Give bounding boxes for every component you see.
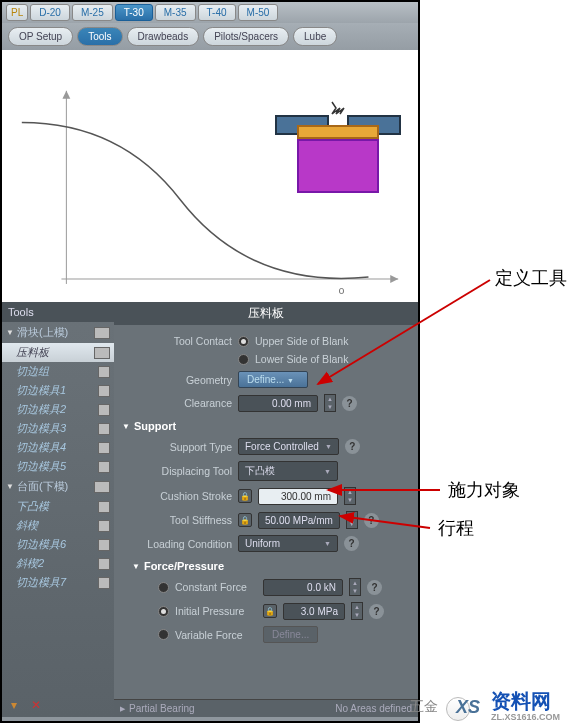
btn-opsetup[interactable]: OP Setup xyxy=(8,27,73,46)
label-cushion-stroke: Cushion Stroke xyxy=(122,490,232,502)
partial-bearing-toggle[interactable]: Partial Bearing xyxy=(120,703,195,714)
displacing-tool-dropdown[interactable]: 下凸模 xyxy=(238,461,338,481)
sidebar-header: Tools xyxy=(2,302,114,322)
spinner[interactable]: ▲▼ xyxy=(351,602,363,620)
footer-status: No Areas defined xyxy=(335,703,412,714)
properties-panel: 压料板 Tool Contact Upper Side of Blank Low… xyxy=(114,302,418,717)
section-support[interactable]: Support xyxy=(122,420,410,432)
checkbox-icon[interactable] xyxy=(98,520,110,532)
tab-d20[interactable]: D-20 xyxy=(30,4,70,21)
spinner[interactable]: ▲▼ xyxy=(324,394,336,412)
tab-t40[interactable]: T-40 xyxy=(198,4,236,21)
delete-icon[interactable]: ✕ xyxy=(28,697,44,713)
svg-rect-8 xyxy=(298,140,378,192)
annotation-force-target: 施力对象 xyxy=(448,478,520,502)
radio-initial-pressure[interactable] xyxy=(158,606,169,617)
tree-group-lower[interactable]: 台面(下模) xyxy=(2,476,114,497)
label-support-type: Support Type xyxy=(122,441,232,453)
checkbox-icon[interactable] xyxy=(98,366,110,378)
label-constant-force: Constant Force xyxy=(175,581,257,593)
loading-dropdown[interactable]: Uniform xyxy=(238,535,338,552)
tab-m35[interactable]: M-35 xyxy=(155,4,196,21)
label-initial-pressure: Initial Pressure xyxy=(175,605,257,617)
btn-tools[interactable]: Tools xyxy=(77,27,122,46)
tree-item[interactable]: 切边模具1 xyxy=(2,381,114,400)
support-type-dropdown[interactable]: Force Controlled xyxy=(238,438,339,455)
checkbox-icon[interactable] xyxy=(98,404,110,416)
tab-m25[interactable]: M-25 xyxy=(72,4,113,21)
tab-t30[interactable]: T-30 xyxy=(115,4,153,21)
checkbox-icon[interactable] xyxy=(98,501,110,513)
tool-stiffness-input[interactable]: 50.00 MPa/mm xyxy=(258,512,340,529)
tree-item[interactable]: 切边模具6 xyxy=(2,535,114,554)
help-icon[interactable]: ? xyxy=(344,536,359,551)
checkbox-icon[interactable] xyxy=(94,481,110,493)
btn-lube[interactable]: Lube xyxy=(293,27,337,46)
lock-icon[interactable]: 🔒 xyxy=(263,604,277,618)
annotation-define-tool: 定义工具 xyxy=(495,266,567,290)
tool-diagram xyxy=(268,98,408,198)
tree-item[interactable]: 切边模具3 xyxy=(2,419,114,438)
radio-constant-force[interactable] xyxy=(158,582,169,593)
checkbox-icon[interactable] xyxy=(98,558,110,570)
btn-pilots[interactable]: Pilots/Spacers xyxy=(203,27,289,46)
define-button-disabled: Define... xyxy=(263,626,318,643)
clearance-input[interactable]: 0.00 mm xyxy=(238,395,318,412)
help-icon[interactable]: ? xyxy=(369,604,384,619)
tab-pl[interactable]: PL xyxy=(6,4,28,21)
tree-item[interactable]: 切边组 xyxy=(2,362,114,381)
svg-marker-3 xyxy=(62,91,70,99)
sidebar: Tools 滑块(上模) 压料板 切边组 切边模具1 切边模具2 切边模具3 切… xyxy=(2,302,114,717)
tree-group-upper[interactable]: 滑块(上模) xyxy=(2,322,114,343)
label-tool-contact: Tool Contact xyxy=(122,335,232,347)
checkbox-icon[interactable] xyxy=(98,461,110,473)
constant-force-input[interactable]: 0.0 kN xyxy=(263,579,343,596)
radio-upper[interactable] xyxy=(238,336,249,347)
graph-area: 0 xyxy=(2,50,418,302)
sidebar-footer: ▾ ✕ xyxy=(2,693,114,717)
tree-item[interactable]: 切边模具7 xyxy=(2,573,114,592)
tree-item[interactable]: 切边模具5 xyxy=(2,457,114,476)
tree-item[interactable]: 下凸模 xyxy=(2,497,114,516)
spinner[interactable]: ▲▼ xyxy=(346,511,358,529)
panel-header: 压料板 xyxy=(114,302,418,325)
help-icon[interactable]: ? xyxy=(342,396,357,411)
checkbox-icon[interactable] xyxy=(98,442,110,454)
chevron-down-icon: ▼ xyxy=(287,377,294,384)
label-clearance: Clearance xyxy=(122,397,232,409)
initial-pressure-input[interactable]: 3.0 MPa xyxy=(283,603,345,620)
watermark-icon: XS xyxy=(450,697,486,721)
reorder-icon[interactable]: ▾ xyxy=(6,697,22,713)
lower-area: Tools 滑块(上模) 压料板 切边组 切边模具1 切边模具2 切边模具3 切… xyxy=(2,302,418,717)
tab-m50[interactable]: M-50 xyxy=(238,4,279,21)
cushion-stroke-input[interactable]: 300.00 mm xyxy=(258,488,338,505)
watermark: 资料网ZL.XS1616.COM xyxy=(491,688,560,722)
radio-lower[interactable] xyxy=(238,354,249,365)
tree-item-pressure-plate[interactable]: 压料板 xyxy=(2,343,114,362)
tree-item[interactable]: 斜楔2 xyxy=(2,554,114,573)
define-button[interactable]: Define... ▼ xyxy=(238,371,308,388)
spinner[interactable]: ▲▼ xyxy=(349,578,361,596)
spinner[interactable]: ▲▼ xyxy=(344,487,356,505)
checkbox-icon[interactable] xyxy=(98,539,110,551)
help-icon[interactable]: ? xyxy=(367,580,382,595)
btn-drawbeads[interactable]: Drawbeads xyxy=(127,27,200,46)
tree-item[interactable]: 切边模具2 xyxy=(2,400,114,419)
lock-icon[interactable]: 🔒 xyxy=(238,513,252,527)
checkbox-icon[interactable] xyxy=(98,577,110,589)
radio-variable-force[interactable] xyxy=(158,629,169,640)
label-upper: Upper Side of Blank xyxy=(255,335,348,347)
checkbox-icon[interactable] xyxy=(98,423,110,435)
app-window: PL D-20 M-25 T-30 M-35 T-40 M-50 OP Setu… xyxy=(0,0,420,723)
tree-item[interactable]: 切边模具4 xyxy=(2,438,114,457)
checkbox-icon[interactable] xyxy=(98,385,110,397)
checkbox-icon[interactable] xyxy=(94,347,110,359)
lock-icon[interactable]: 🔒 xyxy=(238,489,252,503)
watermark: 五金 xyxy=(410,698,438,716)
top-tabs: PL D-20 M-25 T-30 M-35 T-40 M-50 xyxy=(2,2,418,23)
tree-item[interactable]: 斜楔 xyxy=(2,516,114,535)
help-icon[interactable]: ? xyxy=(364,513,379,528)
help-icon[interactable]: ? xyxy=(345,439,360,454)
checkbox-icon[interactable] xyxy=(94,327,110,339)
toolbar: OP Setup Tools Drawbeads Pilots/Spacers … xyxy=(2,23,418,50)
